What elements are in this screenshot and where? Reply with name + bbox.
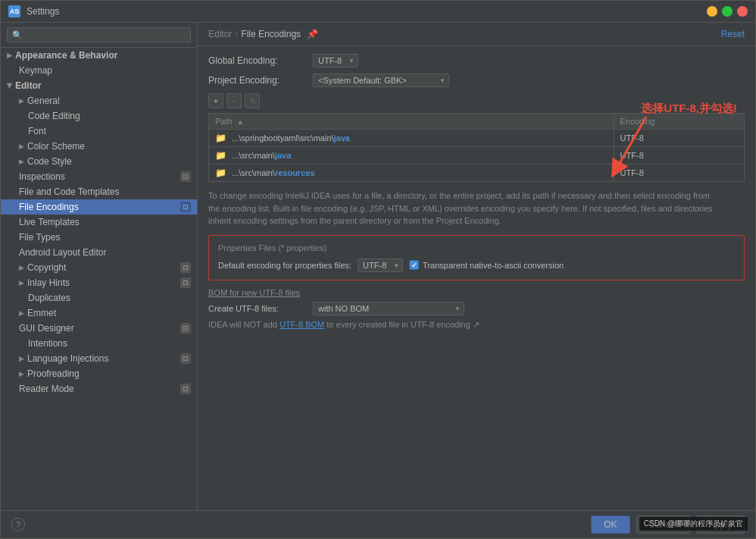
table-cell-encoding: UTF-8 [614,130,744,147]
remove-button[interactable]: − [226,93,242,108]
sidebar-item-reader-mode[interactable]: Reader Mode ⊡ [1,381,197,396]
sidebar-item-file-types[interactable]: File Types [1,230,197,245]
folder-icon: 📁 [215,150,226,161]
title-bar: AS Settings [1,1,755,23]
expand-arrow: ▶ [19,279,24,287]
maximize-button[interactable] [722,6,733,17]
global-encoding-label: Global Encoding: [208,55,307,66]
search-input[interactable] [7,27,191,42]
indicator-icon: ⊡ [180,353,191,364]
sidebar-item-file-encodings[interactable]: File Encodings ⊡ [1,199,197,215]
col-encoding-header: Encoding [614,114,744,130]
sidebar: ▶ Appearance & Behavior Keymap ▶ Editor … [1,23,198,510]
bom-select[interactable]: with NO BOM [313,302,464,315]
minimize-button[interactable] [707,6,717,17]
indicator-icon: ⊡ [180,262,191,273]
settings-window: AS Settings ▶ Appearance & Behavior [0,0,756,539]
sidebar-item-android-layout-editor[interactable]: Android Layout Editor [1,245,197,260]
file-encoding-table: Path ▲ Encoding 📁 [208,113,745,182]
indicator-icon: ⊡ [180,384,191,394]
bom-note: IDEA will NOT add UTF-8 BOM to every cre… [208,320,745,330]
sidebar-item-live-templates[interactable]: Live Templates [1,215,197,230]
breadcrumb-editor: Editor [208,29,232,39]
breadcrumb-separator: › [235,29,238,39]
expand-arrow: ▶ [6,83,14,89]
table-row[interactable]: 📁 ...\src\main\java UTF-8 [209,147,745,165]
table-cell-encoding: UTF-8 [614,165,744,182]
folder-icon: 📁 [215,168,226,178]
add-button[interactable]: + [208,93,223,108]
bom-link[interactable]: UTF-8 BOM [280,320,324,329]
search-box [1,23,197,48]
project-encoding-select[interactable]: <System Default: GBK> [313,74,449,87]
sidebar-item-font[interactable]: Font [1,124,197,139]
global-encoding-select[interactable]: UTF-8 [313,54,358,67]
sidebar-item-copyright[interactable]: ▶ Copyright ⊡ [1,260,197,275]
panel-header: Editor › File Encodings 📌 Reset [198,23,755,46]
transparent-checkbox[interactable] [409,260,419,270]
sidebar-item-keymap[interactable]: Keymap [1,63,197,78]
sidebar-item-duplicates[interactable]: Duplicates [1,290,197,306]
project-encoding-label: Project Encoding: [208,75,307,86]
ok-button[interactable]: OK [591,515,629,534]
expand-arrow: ▶ [19,370,24,378]
info-text: To change encoding IntelliJ IDEA uses fo… [208,190,723,227]
sidebar-item-emmet[interactable]: ▶ Emmet [1,306,197,321]
sidebar-tree: ▶ Appearance & Behavior Keymap ▶ Editor … [1,48,197,510]
props-encoding-select-wrapper: UTF-8 [358,259,403,272]
sidebar-item-code-style[interactable]: ▶ Code Style [1,154,197,169]
watermark: CSDN @哪哪的程序员矿泉官 [639,517,748,531]
sidebar-item-inspections[interactable]: Inspections ⊡ [1,169,197,184]
sidebar-item-editor[interactable]: ▶ Editor [1,78,197,93]
table-cell-path: 📁 ...\src\main\java [209,147,614,165]
properties-section-title: Properties Files (*.properties) [218,243,735,252]
table-container: Path ▲ Encoding 📁 [208,113,745,182]
expand-arrow: ▶ [19,355,24,362]
sidebar-item-file-code-templates[interactable]: File and Code Templates [1,184,197,199]
bom-title: BOM for new UTF-8 files [208,288,745,297]
edit-button[interactable]: ✎ [245,93,260,108]
expand-arrow: ▶ [19,143,24,150]
create-utf8-label: Create UTF-8 files: [208,304,307,313]
props-row: Default encoding for properties files: U… [218,259,735,272]
expand-arrow: ▶ [19,309,24,317]
bom-row: Create UTF-8 files: with NO BOM [208,302,745,315]
sidebar-item-inlay-hints[interactable]: ▶ Inlay Hints ⊡ [1,275,197,290]
expand-arrow: ▶ [19,158,24,165]
bom-select-wrapper: with NO BOM [313,302,464,315]
expand-arrow: ▶ [19,97,24,105]
table-cell-path: 📁 ...\src\main\resources [209,165,614,182]
sidebar-item-gui-designer[interactable]: GUI Designer ⊡ [1,321,197,336]
sidebar-item-code-editing[interactable]: Code Editing [1,108,197,124]
help-button[interactable]: ? [11,518,25,531]
properties-section: Properties Files (*.properties) Default … [208,235,745,280]
table-cell-path: 📁 ...\springbootyaml\src\main\java [209,130,614,147]
col-path-header[interactable]: Path ▲ [209,114,614,130]
file-table-toolbar: + − ✎ [208,93,745,108]
sidebar-item-intentions[interactable]: Intentions [1,336,197,351]
table-row[interactable]: 📁 ...\springbootyaml\src\main\java UTF-8 [209,130,745,147]
close-button[interactable] [737,6,748,17]
pin-icon[interactable]: 📌 [307,29,318,39]
app-icon: AS [8,5,20,17]
sidebar-item-appearance[interactable]: ▶ Appearance & Behavior [1,48,197,63]
sort-arrow: ▲ [237,118,244,126]
table-cell-encoding: UTF-8 [614,147,744,165]
table-row[interactable]: 📁 ...\src\main\resources UTF-8 [209,165,745,182]
sidebar-item-proofreading[interactable]: ▶ Proofreading [1,366,197,381]
transparent-checkbox-wrapper[interactable]: Transparent native-to-ascii conversion [409,260,564,270]
breadcrumb-current: File Encodings [241,29,301,39]
indicator-icon: ⊡ [180,171,191,182]
expand-arrow: ▶ [7,52,12,59]
global-encoding-row: Global Encoding: UTF-8 [208,54,745,67]
sidebar-item-general[interactable]: ▶ General [1,93,197,108]
indicator-icon: ⊡ [180,202,191,212]
right-panel: Editor › File Encodings 📌 Reset Global E… [198,23,755,510]
breadcrumb: Editor › File Encodings 📌 [208,29,318,39]
reset-button[interactable]: Reset [721,29,745,39]
sidebar-item-color-scheme[interactable]: ▶ Color Scheme [1,139,197,154]
props-encoding-select[interactable]: UTF-8 [358,259,403,272]
sidebar-item-language-injections[interactable]: ▶ Language Injections ⊡ [1,351,197,366]
expand-arrow: ▶ [19,264,24,271]
panel-body: Global Encoding: UTF-8 Project Encoding:… [198,46,755,510]
